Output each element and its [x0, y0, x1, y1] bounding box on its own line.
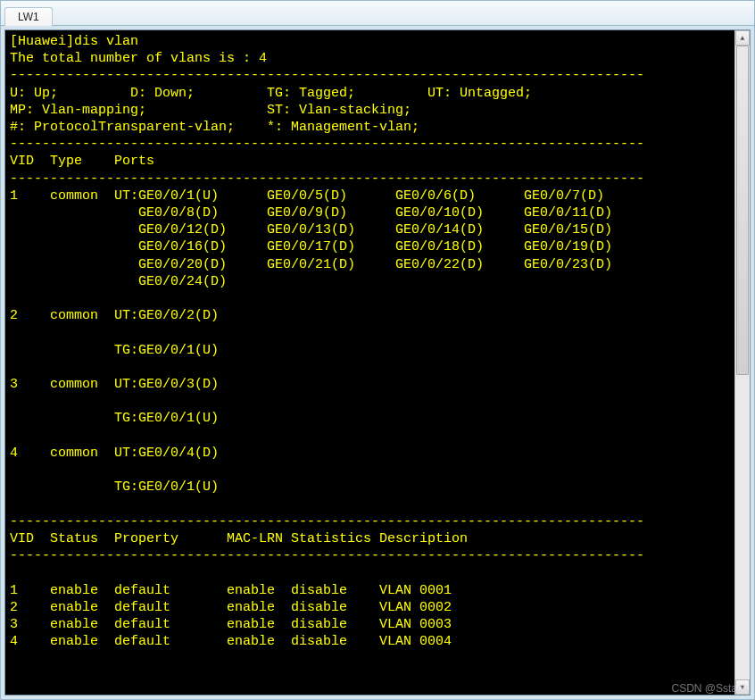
vertical-scrollbar[interactable]: ▲ ▼ [734, 30, 750, 695]
cli-prompt-line: [Huawei]dis vlan [10, 34, 138, 49]
cli-divider: ----------------------------------------… [10, 514, 644, 529]
cli-legend-line: U: Up; D: Down; TG: Tagged; UT: Untagged… [10, 86, 532, 101]
terminal-panel: [Huawei]dis vlan The total number of vla… [4, 29, 751, 696]
cli-vlan-row: GE0/0/20(D) GE0/0/21(D) GE0/0/22(D) GE0/… [10, 257, 612, 272]
tab-lw1[interactable]: LW1 [4, 7, 53, 26]
cli-status-row: 4 enable default enable disable VLAN 000… [10, 634, 452, 649]
cli-status-row: 2 enable default enable disable VLAN 000… [10, 600, 452, 615]
cli-vlan-row: GE0/0/12(D) GE0/0/13(D) GE0/0/14(D) GE0/… [10, 222, 612, 238]
terminal-output[interactable]: [Huawei]dis vlan The total number of vla… [6, 31, 750, 694]
cli-vlan-row: GE0/0/16(D) GE0/0/17(D) GE0/0/18(D) GE0/… [10, 239, 612, 254]
scroll-thumb[interactable] [736, 46, 749, 375]
cli-vlan-row: 4 common UT:GE0/0/4(D) [10, 446, 219, 461]
scroll-down-button[interactable]: ▼ [735, 679, 750, 695]
scroll-track[interactable] [735, 46, 750, 679]
cli-status-row: 1 enable default enable disable VLAN 000… [10, 583, 452, 598]
cli-vlan-row: TG:GE0/0/1(U) [10, 343, 219, 358]
app-window: LW1 [Huawei]dis vlan The total number of… [0, 0, 755, 700]
cli-legend-line: MP: Vlan-mapping; ST: Vlan-stacking; [10, 103, 411, 118]
cli-vlan-row: TG:GE0/0/1(U) [10, 479, 219, 495]
cli-divider: ----------------------------------------… [10, 137, 644, 152]
cli-legend-line: #: ProtocolTransparent-vlan; *: Manageme… [10, 120, 419, 135]
cli-header-ports: VID Type Ports [10, 154, 154, 169]
cli-divider: ----------------------------------------… [10, 548, 644, 563]
cli-vlan-row: GE0/0/8(D) GE0/0/9(D) GE0/0/10(D) GE0/0/… [10, 205, 612, 221]
cli-divider: ----------------------------------------… [10, 68, 644, 83]
cli-total-line: The total number of vlans is : 4 [10, 51, 267, 66]
cli-divider: ----------------------------------------… [10, 171, 644, 187]
cli-vlan-row: 2 common UT:GE0/0/2(D) [10, 308, 219, 323]
cli-header-status: VID Status Property MAC-LRN Statistics D… [10, 531, 468, 546]
cli-vlan-row: TG:GE0/0/1(U) [10, 411, 219, 426]
cli-vlan-row: GE0/0/24(D) [10, 274, 227, 289]
cli-vlan-row: 1 common UT:GE0/0/1(U) GE0/0/5(D) GE0/0/… [10, 188, 604, 204]
content-area: [Huawei]dis vlan The total number of vla… [1, 26, 754, 699]
cli-status-row: 3 enable default enable disable VLAN 000… [10, 617, 452, 632]
scroll-up-button[interactable]: ▲ [735, 30, 750, 46]
tab-bar: LW1 [1, 1, 754, 26]
cli-vlan-row: 3 common UT:GE0/0/3(D) [10, 377, 219, 392]
